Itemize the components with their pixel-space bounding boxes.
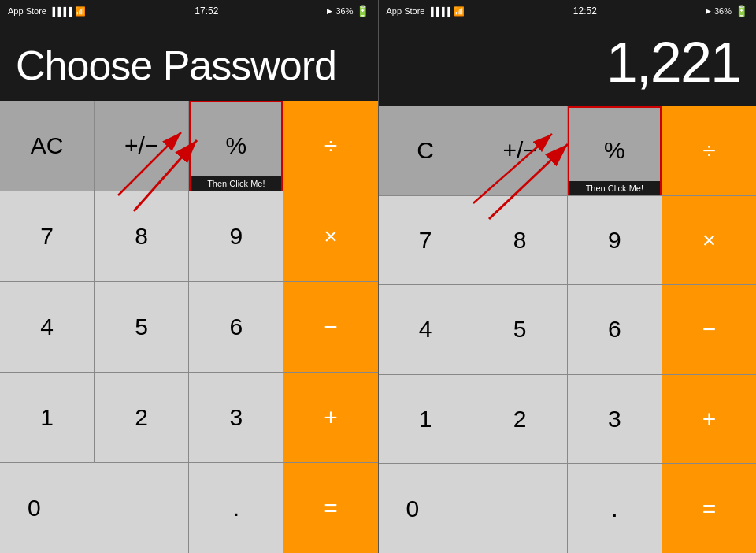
left-btn-2[interactable]: 2: [94, 373, 188, 462]
right-btn-1[interactable]: 1: [379, 375, 472, 464]
left-btn-dot[interactable]: .: [189, 463, 283, 553]
right-btn-6[interactable]: 6: [568, 285, 662, 374]
right-btn-dot[interactable]: .: [568, 464, 662, 553]
left-signal-icon: ▐▐▐▐: [50, 7, 72, 16]
left-status-bar: App Store ▐▐▐▐ 📶 17:52 ▶ 36% 🔋: [0, 0, 378, 22]
right-tooltip: Then Click Me!: [569, 181, 660, 195]
left-btn-plus[interactable]: +: [284, 373, 377, 462]
left-btn-1[interactable]: 1: [0, 373, 94, 462]
left-status-right: ▶ 36% 🔋: [327, 5, 369, 17]
right-app-store-label: App Store: [387, 6, 425, 16]
left-btn-6[interactable]: 6: [189, 282, 283, 372]
right-btn-plus[interactable]: +: [662, 375, 756, 464]
left-btn-equals[interactable]: =: [284, 463, 377, 553]
right-btn-multiply[interactable]: ×: [662, 196, 756, 285]
right-btn-plusminus[interactable]: +/−: [473, 106, 567, 195]
left-battery-icon: 🔋: [356, 5, 369, 17]
right-display-number: 1,221: [395, 30, 741, 95]
right-btn-divide[interactable]: ÷: [662, 106, 756, 195]
left-btn-5[interactable]: 5: [94, 282, 188, 372]
right-btn-5[interactable]: 5: [473, 285, 567, 374]
left-btn-7[interactable]: 7: [0, 191, 94, 281]
left-calc-grid: AC +/− % Then Click Me! ÷ 7 8 9 × 4 5 6 …: [0, 101, 378, 553]
left-btn-9[interactable]: 9: [189, 191, 283, 281]
right-signal-icon: ▐▐▐▐: [428, 7, 450, 16]
right-display: 1,221: [379, 22, 757, 106]
left-btn-8[interactable]: 8: [94, 191, 188, 281]
right-btn-equals[interactable]: =: [662, 464, 756, 553]
left-location-icon: ▶: [327, 7, 332, 15]
left-btn-divide[interactable]: ÷: [284, 101, 377, 191]
right-btn-8[interactable]: 8: [473, 196, 567, 285]
right-btn-minus[interactable]: −: [662, 285, 756, 374]
right-status-left: App Store ▐▐▐▐ 📶: [387, 6, 465, 17]
right-wifi-icon: 📶: [454, 6, 465, 17]
left-btn-multiply[interactable]: ×: [284, 191, 377, 281]
right-btn-3[interactable]: 3: [568, 375, 662, 464]
left-btn-3[interactable]: 3: [189, 373, 283, 462]
left-btn-0[interactable]: 0: [0, 463, 188, 553]
right-btn-7[interactable]: 7: [379, 196, 472, 285]
right-btn-9[interactable]: 9: [568, 196, 662, 285]
left-panel-body: Choose Password AC +/− % Then Click Me! …: [0, 22, 378, 553]
left-status-left: App Store ▐▐▐▐ 📶: [8, 6, 86, 17]
left-time: 17:52: [195, 6, 218, 17]
left-wifi-icon: 📶: [75, 6, 86, 17]
left-btn-ac[interactable]: AC: [0, 101, 94, 191]
right-panel: App Store ▐▐▐▐ 📶 12:52 ▶ 36% 🔋 1,221 C +…: [379, 0, 757, 553]
left-btn-percent[interactable]: % Then Click Me!: [189, 101, 283, 191]
right-calc-grid: C +/− % Then Click Me! ÷ 7 8 9 × 4 5 6 −…: [379, 106, 757, 553]
right-btn-2[interactable]: 2: [473, 375, 567, 464]
left-panel: App Store ▐▐▐▐ 📶 17:52 ▶ 36% 🔋 Choose Pa…: [0, 0, 378, 553]
left-display-text: Choose Password: [16, 42, 336, 89]
right-time: 12:52: [573, 6, 597, 17]
right-btn-percent[interactable]: % Then Click Me!: [568, 106, 662, 195]
right-panel-body: 1,221 C +/− % Then Click Me! ÷ 7 8 9 × 4…: [379, 22, 757, 553]
left-battery-label: 36%: [335, 6, 353, 16]
right-btn-4[interactable]: 4: [379, 285, 472, 374]
right-location-icon: ▶: [706, 7, 711, 15]
right-status-bar: App Store ▐▐▐▐ 📶 12:52 ▶ 36% 🔋: [379, 0, 757, 22]
left-btn-plusminus[interactable]: +/−: [94, 101, 188, 191]
left-tooltip: Then Click Me!: [191, 176, 281, 191]
right-battery-label: 36%: [714, 6, 732, 16]
right-btn-0[interactable]: 0: [379, 464, 567, 553]
left-btn-4[interactable]: 4: [0, 282, 94, 372]
right-btn-c[interactable]: C: [379, 106, 472, 195]
left-display: Choose Password: [0, 22, 378, 101]
left-app-store-label: App Store: [8, 6, 46, 16]
right-status-right: ▶ 36% 🔋: [706, 5, 748, 17]
left-btn-minus[interactable]: −: [284, 282, 377, 372]
right-battery-icon: 🔋: [735, 5, 748, 17]
